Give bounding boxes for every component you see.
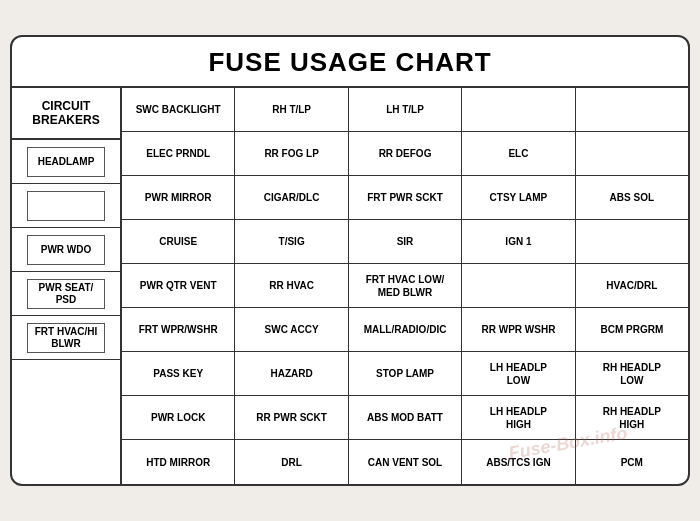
left-cell-0: HEADLAMP: [12, 140, 120, 184]
grid-cell-1-1: RR FOG LP: [235, 132, 348, 175]
grid-cell-7-3: LH HEADLPHIGH: [462, 396, 575, 439]
grid-cell-0-2: LH T/LP: [349, 88, 462, 131]
grid-cell-1-0: ELEC PRNDL: [122, 132, 235, 175]
grid-row-6: PASS KEYHAZARDSTOP LAMPLH HEADLPLOWRH HE…: [122, 352, 688, 396]
grid-cell-4-0: PWR QTR VENT: [122, 264, 235, 307]
grid-row-1: ELEC PRNDLRR FOG LPRR DEFOGELC: [122, 132, 688, 176]
grid-cell-0-3: [462, 88, 575, 131]
grid-cell-0-0: SWC BACKLIGHT: [122, 88, 235, 131]
grid-cell-2-3: CTSY LAMP: [462, 176, 575, 219]
breaker-box-0: HEADLAMP: [27, 147, 105, 177]
grid-cell-1-4: [576, 132, 688, 175]
grid-cell-4-4: HVAC/DRL: [576, 264, 688, 307]
grid-cell-6-0: PASS KEY: [122, 352, 235, 395]
left-cell-2: PWR WDO: [12, 228, 120, 272]
grid-cell-8-1: DRL: [235, 440, 348, 484]
grid-cell-4-1: RR HVAC: [235, 264, 348, 307]
grid-cell-3-3: IGN 1: [462, 220, 575, 263]
grid-cell-6-2: STOP LAMP: [349, 352, 462, 395]
grid-cell-8-3: ABS/TCS IGN: [462, 440, 575, 484]
grid-cell-6-4: RH HEADLPLOW: [576, 352, 688, 395]
grid-cell-2-1: CIGAR/DLC: [235, 176, 348, 219]
grid-cell-6-3: LH HEADLPLOW: [462, 352, 575, 395]
breaker-box-2: PWR WDO: [27, 235, 105, 265]
grid-cell-8-0: HTD MIRROR: [122, 440, 235, 484]
grid-cell-3-0: CRUISE: [122, 220, 235, 263]
breaker-box-3: PWR SEAT/PSD: [27, 279, 105, 309]
left-cell-3: PWR SEAT/PSD: [12, 272, 120, 316]
grid-cell-0-4: [576, 88, 688, 131]
grid-cell-5-4: BCM PRGRM: [576, 308, 688, 351]
grid-row-8: HTD MIRRORDRLCAN VENT SOLABS/TCS IGNPCM: [122, 440, 688, 484]
grid-cell-2-4: ABS SOL: [576, 176, 688, 219]
grid-cell-3-1: T/SIG: [235, 220, 348, 263]
left-cell-1: [12, 184, 120, 228]
grid-row-3: CRUISET/SIGSIRIGN 1: [122, 220, 688, 264]
chart-title: FUSE USAGE CHART: [12, 37, 688, 88]
grid-cell-5-0: FRT WPR/WSHR: [122, 308, 235, 351]
breaker-box-4: FRT HVAC/HIBLWR: [27, 323, 105, 353]
grid-cell-7-4: RH HEADLPHIGH: [576, 396, 688, 439]
grid-row-7: PWR LOCKRR PWR SCKTABS MOD BATTLH HEADLP…: [122, 396, 688, 440]
grid-cell-3-4: [576, 220, 688, 263]
grid-cell-2-0: PWR MIRROR: [122, 176, 235, 219]
grid-row-2: PWR MIRRORCIGAR/DLCFRT PWR SCKTCTSY LAMP…: [122, 176, 688, 220]
grid-cell-3-2: SIR: [349, 220, 462, 263]
grid-cell-7-1: RR PWR SCKT: [235, 396, 348, 439]
fuse-chart: FUSE USAGE CHART CIRCUITBREAKERS HEADLAM…: [10, 35, 690, 486]
grid-cell-4-2: FRT HVAC LOW/MED BLWR: [349, 264, 462, 307]
grid-cell-1-3: ELC: [462, 132, 575, 175]
grid-cell-8-2: CAN VENT SOL: [349, 440, 462, 484]
grid-cell-1-2: RR DEFOG: [349, 132, 462, 175]
grid-row-0: SWC BACKLIGHTRH T/LPLH T/LP: [122, 88, 688, 132]
grid-cell-8-4: PCM: [576, 440, 688, 484]
left-column: CIRCUITBREAKERS HEADLAMPPWR WDOPWR SEAT/…: [12, 88, 122, 484]
grid-cell-4-3: [462, 264, 575, 307]
grid-cell-7-0: PWR LOCK: [122, 396, 235, 439]
breaker-box-1: [27, 191, 105, 221]
left-header: CIRCUITBREAKERS: [12, 88, 120, 140]
grid-row-4: PWR QTR VENTRR HVACFRT HVAC LOW/MED BLWR…: [122, 264, 688, 308]
grid-cell-0-1: RH T/LP: [235, 88, 348, 131]
grid-cell-5-1: SWC ACCY: [235, 308, 348, 351]
chart-body: CIRCUITBREAKERS HEADLAMPPWR WDOPWR SEAT/…: [12, 88, 688, 484]
right-grid: SWC BACKLIGHTRH T/LPLH T/LPELEC PRNDLRR …: [122, 88, 688, 484]
left-cell-4: FRT HVAC/HIBLWR: [12, 316, 120, 360]
grid-cell-5-3: RR WPR WSHR: [462, 308, 575, 351]
grid-cell-6-1: HAZARD: [235, 352, 348, 395]
grid-row-5: FRT WPR/WSHRSWC ACCYMALL/RADIO/DICRR WPR…: [122, 308, 688, 352]
grid-cell-2-2: FRT PWR SCKT: [349, 176, 462, 219]
grid-cell-5-2: MALL/RADIO/DIC: [349, 308, 462, 351]
grid-cell-7-2: ABS MOD BATT: [349, 396, 462, 439]
